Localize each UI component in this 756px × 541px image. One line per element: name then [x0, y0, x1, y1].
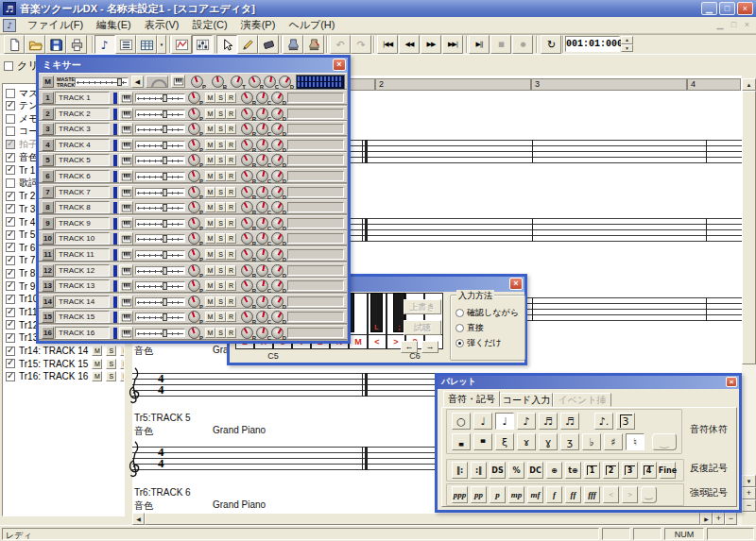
track-knob-P[interactable]: P — [188, 248, 200, 261]
to-coda-button[interactable]: t⊕ — [565, 462, 581, 479]
sixteenth-note-button[interactable]: ♬ — [539, 413, 558, 430]
track-s-button[interactable]: S — [106, 371, 116, 381]
track-r-button[interactable]: R — [226, 202, 236, 212]
track-volume-slider[interactable] — [135, 93, 185, 102]
item-checkbox[interactable] — [6, 308, 15, 317]
track-piano-icon[interactable] — [119, 217, 133, 230]
track-knob-R[interactable]: R — [241, 217, 253, 229]
item-checkbox[interactable] — [6, 256, 15, 265]
track-knob-D[interactable]: D — [271, 279, 284, 292]
half-note-button[interactable]: ♩ — [473, 413, 492, 430]
slider-thumb[interactable] — [163, 235, 167, 243]
mixer-titlebar[interactable]: ミキサー × — [39, 58, 348, 73]
item-checkbox[interactable] — [6, 359, 15, 368]
scroll-left-button[interactable]: ◀ — [132, 513, 145, 525]
next-arrow-button[interactable]: → — [421, 341, 438, 353]
track-m-button[interactable]: M — [205, 296, 215, 307]
slider-thumb[interactable] — [163, 110, 167, 118]
audition-button[interactable]: 試聴 — [404, 320, 441, 335]
track-piano-icon[interactable] — [119, 139, 133, 152]
scroll-down-button[interactable]: ▼ — [742, 475, 756, 487]
track-volume-slider[interactable] — [135, 297, 185, 306]
track-m-button[interactable]: M — [205, 328, 215, 338]
close-button[interactable]: × — [737, 2, 753, 15]
print-button[interactable] — [66, 35, 87, 54]
track-knob-R[interactable]: R — [241, 296, 253, 308]
slider-thumb[interactable] — [163, 282, 167, 290]
track-name-box[interactable]: TRACK 10 — [55, 232, 110, 245]
track-m-button[interactable]: M — [205, 171, 215, 181]
track-s-button[interactable]: S — [106, 359, 116, 369]
track-name-box[interactable]: TRACK 3 — [55, 123, 110, 135]
repeat-start-button[interactable]: ‖: — [452, 462, 468, 479]
track-knob-R[interactable]: R — [241, 154, 253, 166]
whole-rest-button[interactable]: ▄ — [452, 433, 471, 450]
measure-header-3[interactable]: 3 — [531, 78, 687, 91]
stamp-in-button[interactable] — [283, 35, 303, 54]
track-knob-R[interactable]: R — [241, 327, 253, 339]
thirtysecond-note-button[interactable]: ♬ — [560, 413, 579, 430]
track-name-box[interactable]: TRACK 1 — [55, 92, 110, 104]
item-checkbox[interactable] — [6, 192, 15, 201]
scroll-right-button[interactable]: ▶ — [700, 513, 713, 525]
item-checkbox[interactable] — [6, 281, 15, 291]
track-r-button[interactable]: R — [226, 155, 236, 165]
track-knob-P[interactable]: P — [188, 154, 200, 166]
radio-unselected[interactable] — [455, 324, 464, 332]
item-checkbox[interactable] — [6, 243, 15, 252]
dal-segno-button[interactable]: DS — [490, 462, 506, 479]
track-m-button[interactable]: M — [205, 202, 215, 212]
restore-button[interactable]: □ — [719, 2, 735, 15]
track-piano-icon[interactable] — [119, 170, 133, 183]
sixteenth-rest-button[interactable]: ɣ — [539, 433, 558, 450]
dynamic-ff-button[interactable]: ff — [565, 486, 581, 503]
track-name-box[interactable]: TRACK 6 — [55, 170, 110, 182]
track-volume-slider[interactable] — [135, 266, 185, 275]
track-s-button[interactable]: S — [215, 187, 226, 197]
flat-button[interactable]: ♭ — [582, 433, 601, 450]
track-knob-R[interactable]: R — [241, 170, 253, 182]
track-m-button[interactable]: M — [205, 187, 215, 197]
grid-editor-button[interactable] — [136, 35, 157, 54]
select-tool-button[interactable] — [216, 35, 237, 54]
track-s-button[interactable]: S — [215, 140, 226, 150]
track-knob-C[interactable]: C — [256, 311, 268, 323]
item-checkbox[interactable] — [6, 165, 15, 175]
track-knob-P[interactable]: P — [188, 201, 200, 213]
track-name-box[interactable]: TRACK 13 — [55, 279, 110, 292]
track-m-button[interactable]: M — [205, 233, 215, 244]
item-checkbox[interactable] — [6, 89, 15, 98]
decrescendo-button[interactable]: > — [622, 486, 638, 503]
track-name-box[interactable]: TRACK 15 — [55, 311, 110, 323]
track-knob-C[interactable]: C — [256, 248, 268, 261]
tab-chord-input[interactable]: コード入力 — [500, 393, 553, 407]
dynamic-pp-button[interactable]: pp — [471, 486, 487, 503]
slider-thumb[interactable] — [163, 204, 167, 211]
track-m-button[interactable]: M — [205, 109, 215, 119]
volta-4-button[interactable]: 4 — [641, 462, 657, 479]
track-knob-P[interactable]: P — [188, 108, 200, 120]
track-knob-D[interactable]: D — [271, 108, 284, 120]
measure-header-2[interactable]: 2 — [375, 78, 531, 91]
track-knob-C[interactable]: C — [256, 170, 268, 182]
slider-thumb[interactable] — [163, 298, 167, 306]
track-name-box[interactable]: TRACK 7 — [55, 186, 110, 198]
track-piano-icon[interactable] — [119, 327, 133, 340]
minimize-button[interactable]: ▁ — [701, 2, 717, 15]
menu-5[interactable]: ヘルプ(H) — [282, 17, 341, 32]
item-checkbox[interactable] — [6, 230, 15, 240]
palette-close-icon[interactable]: × — [726, 377, 737, 387]
crescendo-button[interactable]: < — [603, 486, 619, 503]
track-piano-icon[interactable] — [119, 201, 133, 214]
record-button[interactable]: ● — [512, 35, 533, 54]
track-piano-icon[interactable] — [119, 108, 133, 121]
master-knob-T[interactable]: T — [231, 76, 243, 88]
track-volume-slider[interactable] — [135, 110, 185, 118]
track-r-button[interactable]: R — [226, 328, 236, 338]
stamp-out-button[interactable] — [303, 35, 324, 54]
track-s-button[interactable]: S — [215, 93, 226, 103]
item-checkbox[interactable] — [6, 217, 15, 227]
track-knob-P[interactable]: P — [188, 170, 200, 182]
track-r-button[interactable]: R — [226, 218, 236, 228]
quarter-note-button[interactable]: ♩ — [495, 413, 514, 430]
